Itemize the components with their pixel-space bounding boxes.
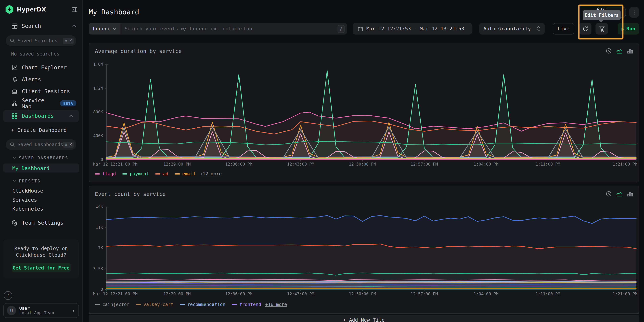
legend-more-link[interactable]: +12 more [200,171,222,177]
granularity-value: Auto Granularity [484,26,531,31]
time-range-icon[interactable] [606,48,612,54]
y-tick-label: 0 [89,157,103,162]
play-icon: ▷ [622,26,624,31]
legend-more-link[interactable]: +16 more [265,302,287,307]
bar-chart-icon[interactable] [627,48,633,54]
y-tick-label: 11K [89,225,103,229]
collapse-sidebar-icon[interactable] [70,6,78,13]
shortcut-badge: ⌘ K [63,141,74,148]
laptop-icon [11,88,18,94]
app-screen: HyperDX Search [0,0,644,322]
legend-item-cainjector[interactable]: cainjector [95,302,130,307]
chevron-up-icon [72,25,76,27]
legend-swatch [232,304,237,305]
saved-dashboards-section[interactable]: SAVED DASHBOARDS [0,152,82,163]
x-tick-label: 12:43:00 PM [287,162,314,166]
legend-swatch [122,173,127,175]
saved-searches-field[interactable] [18,38,63,43]
query-language-select[interactable]: Lucene [89,23,120,34]
bar-chart-icon[interactable] [627,191,633,197]
preset-item-services[interactable]: Services [0,195,82,204]
chevron-down-icon [12,180,16,182]
legend-item-email[interactable]: email [175,171,196,177]
x-tick-label: Mar 12 12:21:00 PM [93,292,138,296]
sidebar-item-label: Chart Explorer [22,64,67,71]
presets-section[interactable]: PRESETS [0,175,82,186]
sidebar-item-client-sessions[interactable]: Client Sessions [0,85,82,97]
search-icon [10,142,15,147]
toolbar: Lucene / Mar 12 12:21:53 - Mar 12 13:21:… [89,23,639,34]
get-started-button[interactable]: Get Started for Free [12,264,70,272]
sidebar-item-label: Alerts [22,76,41,83]
sidebar-item-chart-explorer[interactable]: Chart Explorer [0,62,82,74]
x-tick-label: 1:04:00 PM [474,292,498,296]
chevron-down-icon [113,28,116,30]
help-icon[interactable]: ? [4,291,12,300]
event-search-input[interactable] [120,26,338,31]
line-chart-icon[interactable] [616,191,623,197]
service-map-icon [11,100,18,106]
time-range-icon[interactable] [606,191,612,197]
beta-badge: BETA [60,100,76,106]
x-tick-label: 1:11:00 PM [536,162,560,166]
x-tick-label: 12:50:00 PM [349,292,376,296]
chart-card-event-count: Event count by service [89,186,639,314]
main-content: My Dashboard Edit Filters ⋮ Lucene / Mar… [82,0,644,322]
legend-swatch [156,173,160,175]
section-label: SAVED DASHBOARDS [19,155,68,160]
granularity-select[interactable]: Auto Granularity [479,23,545,34]
saved-dashboards-field[interactable] [18,142,63,147]
x-tick-label: 1:04:00 PM [474,162,498,166]
sidebar-item-label: Dashboards [22,113,54,119]
y-tick-label: 800K [89,110,103,114]
line-chart-icon[interactable] [616,48,623,54]
logo[interactable]: HyperDX [0,0,82,14]
dashboard-item-my-dashboard[interactable]: My Dashboard [3,164,79,173]
y-tick-label: 14K [89,204,103,209]
sidebar-item-label: Search [22,23,41,29]
sidebar-item-search[interactable]: Search [0,20,82,32]
legend-item-frontend[interactable]: frontend [232,302,261,307]
refresh-button[interactable] [579,23,592,34]
sidebar-item-team-settings[interactable]: Team Settings [0,217,82,229]
sidebar-item-alerts[interactable]: Alerts [0,74,82,86]
legend-item-flagd[interactable]: flagd [95,171,116,177]
edit-filters-tooltip: Edit Filters [583,10,621,20]
create-dashboard-button[interactable]: + Create Dashboard [0,124,82,136]
chart-toolbar [606,191,633,197]
app-name: HyperDX [17,6,46,13]
slash-shortcut-badge: / [338,25,344,32]
x-tick-label: 1:21:00 PM [613,162,638,166]
x-tick-label: 12:43:00 PM [287,292,314,296]
sidebar: HyperDX Search [0,0,82,322]
sidebar-item-label: Team Settings [22,220,64,226]
edit-filters-icon-button[interactable] [596,23,608,34]
live-button[interactable]: Live [553,23,574,34]
sidebar-item-service-map[interactable]: Service Map BETA [0,97,82,109]
legend-item-payment[interactable]: payment [122,171,149,177]
user-menu[interactable]: U User Local App Team › [3,303,79,318]
sidebar-bottom: ? U User Local App Team › [0,291,82,322]
add-new-tile-button[interactable]: + Add New Tile [89,315,639,322]
x-tick-label: 12:50:00 PM [349,162,376,166]
sidebar-item-dashboards[interactable]: Dashboards [3,110,79,122]
kebab-menu-icon[interactable]: ⋮ [629,7,639,17]
saved-dashboards-input[interactable]: ⌘ K [6,139,76,150]
refresh-icon [582,26,588,32]
chart-title: Average duration by service [95,48,182,54]
preset-item-kubernetes[interactable]: Kubernetes [0,204,82,213]
saved-searches-input[interactable]: ⌘ K [6,35,76,46]
legend-item-recommendation[interactable]: recommendation [180,302,226,307]
x-tick-label: 12:36:00 PM [225,162,252,166]
chevron-right-icon: › [72,307,75,314]
legend-item-ad[interactable]: ad [156,171,168,177]
legend-label: ad [163,171,168,177]
tooltip-text: Edit Filters [584,12,619,18]
bell-icon [11,76,18,83]
run-button[interactable]: ▷ Run [618,23,639,34]
table-icon [11,23,18,29]
preset-item-clickhouse[interactable]: ClickHouse [0,186,82,195]
y-tick-label: 1.6M [89,62,103,66]
date-range-picker[interactable]: Mar 12 12:21:53 - Mar 12 13:21:53 [353,23,472,34]
legend-item-valkey-cart[interactable]: valkey-cart [136,302,174,307]
